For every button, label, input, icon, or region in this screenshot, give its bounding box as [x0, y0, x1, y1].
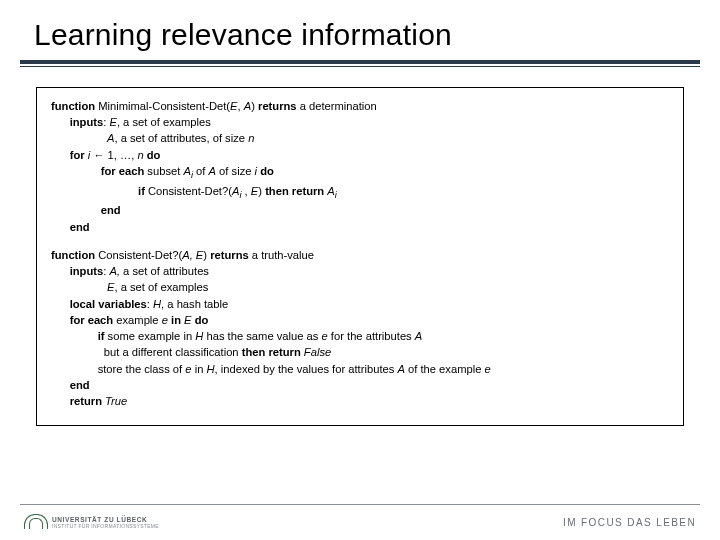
- f2-line2: inputs: A, a set of attributes: [51, 263, 669, 279]
- f2-line6: if some example in H has the same value …: [51, 328, 669, 344]
- f1-line3: A, a set of attributes, of size n: [51, 130, 669, 146]
- slide-title: Learning relevance information: [34, 18, 720, 52]
- title-rule-thick: [20, 60, 700, 64]
- f2-line8: store the class of e in H, indexed by th…: [51, 361, 669, 377]
- f2-line1: function Consistent-Det?(A, E) returns a…: [51, 247, 669, 263]
- func1: function Minimimal-Consistent-Det(E, A) …: [51, 98, 669, 235]
- f2-line10: return True: [51, 393, 669, 409]
- f1-line5: for each subset Ai of A of size i do: [51, 163, 669, 183]
- f2-line4: local variables: H, a hash table: [51, 296, 669, 312]
- institute-name: INSTITUT FÜR INFORMATIONSSYSTEME: [52, 524, 159, 529]
- f1-line2: inputs: E, a set of examples: [51, 114, 669, 130]
- title-area: Learning relevance information: [0, 0, 720, 52]
- f1-line7: end: [51, 202, 669, 218]
- footer-rule: [20, 504, 700, 505]
- f1-line6: if Consistent-Det?(Ai , E) then return A…: [51, 183, 669, 203]
- f1-line4: for i ← 1, …, n do: [51, 147, 669, 163]
- title-rule-thin: [20, 66, 700, 67]
- algorithm-box: function Minimimal-Consistent-Det(E, A) …: [36, 87, 684, 426]
- f2-line3: E, a set of examples: [51, 279, 669, 295]
- f2-line7: but a different classification then retu…: [51, 344, 669, 360]
- f2-line5: for each example e in E do: [51, 312, 669, 328]
- university-text: UNIVERSITÄT ZU LÜBECK INSTITUT FÜR INFOR…: [52, 517, 159, 530]
- f1-line8: end: [51, 219, 669, 235]
- footer: UNIVERSITÄT ZU LÜBECK INSTITUT FÜR INFOR…: [0, 500, 720, 540]
- footer-left: UNIVERSITÄT ZU LÜBECK INSTITUT FÜR INFOR…: [24, 514, 159, 532]
- footer-slogan: IM FOCUS DAS LEBEN: [563, 517, 696, 528]
- f1-line1: function Minimimal-Consistent-Det(E, A) …: [51, 98, 669, 114]
- func2: function Consistent-Det?(A, E) returns a…: [51, 247, 669, 409]
- f2-line9: end: [51, 377, 669, 393]
- university-logo-icon: [24, 514, 46, 532]
